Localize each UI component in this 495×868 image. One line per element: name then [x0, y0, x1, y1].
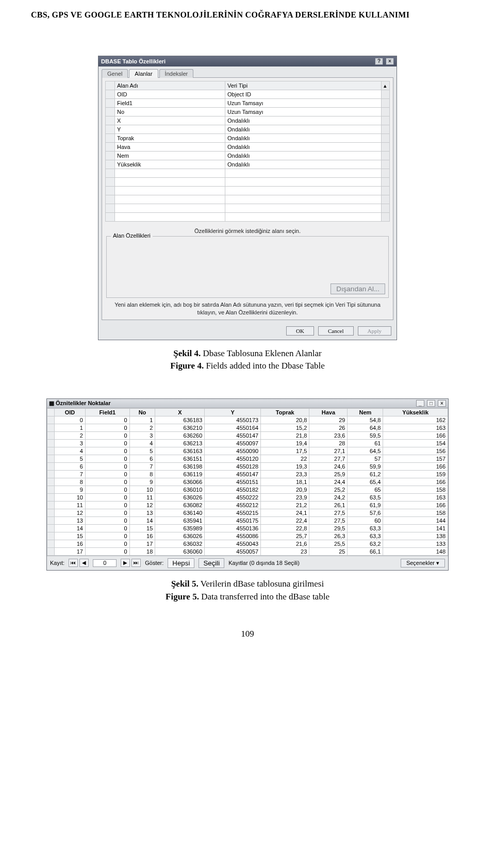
nav-last-icon[interactable]: ⏭ [131, 559, 141, 567]
table-row[interactable]: 001636183455017320,82954,8162 [47, 416, 448, 424]
table-row[interactable]: YOndalıklı [106, 125, 390, 134]
nav-prev-icon[interactable]: ◀ [79, 559, 89, 567]
table-row[interactable]: YükseklikOndalıklı [106, 160, 390, 169]
page-number: 109 [31, 629, 464, 639]
table-window-title: Öznitelikler Noktalar [56, 400, 110, 406]
nav-first-icon[interactable]: ⏮ [69, 559, 78, 567]
col-alan-adi: Alan Adı [115, 81, 225, 90]
figure-5-window: ▦ Öznitelikler Noktalar _ □ × OIDField1N… [31, 398, 464, 571]
col-nem[interactable]: Nem [348, 408, 383, 416]
table-row[interactable]: 11012636082455021221,226,161,9166 [47, 501, 448, 509]
table-row[interactable] [106, 178, 390, 187]
nav-next-icon[interactable]: ▶ [121, 559, 130, 567]
table-row[interactable] [106, 213, 390, 222]
table-row[interactable]: OIDObject ID [106, 90, 390, 99]
col-yükseklik[interactable]: Yükseklik [383, 408, 448, 416]
table-row[interactable]: 607636198455012819,324,659,9166 [47, 462, 448, 470]
table-icon: ▦ [49, 400, 56, 406]
table-row[interactable] [106, 187, 390, 195]
window-controls: ? × [374, 58, 394, 65]
table-row[interactable] [106, 169, 390, 178]
table-row[interactable] [106, 204, 390, 213]
ok-button[interactable]: OK [286, 326, 314, 336]
table-row[interactable]: 170186360604550057232566,1148 [47, 547, 448, 555]
table-footer: Kayıt: ⏮ ◀ ▶ ⏭ Göster: Hepsi Seçili Kayı… [47, 556, 448, 570]
scroll-up-icon[interactable]: ▴ [382, 81, 390, 90]
table-row[interactable]: HavaOndalıklı [106, 143, 390, 152]
table-row[interactable]: 203636260455014721,823,659,5166 [47, 431, 448, 439]
table-row[interactable]: ToprakOndalıklı [106, 134, 390, 143]
field-properties-box: Alan Özellikleri Dışarıdan Al... [106, 236, 389, 298]
figure-4-dialog: DBASE Tablo Özellikleri ? × Genel Alanla… [31, 56, 464, 340]
table-row[interactable]: 12013636140455021524,127,557,6158 [47, 509, 448, 516]
tab-indeksler[interactable]: İndeksler [159, 69, 194, 78]
table-row[interactable]: 15016636026455008625,726,363,3138 [47, 532, 448, 540]
figure5-caption: Şekil 5. Verilerin dBase tablosuna giril… [31, 578, 464, 603]
col-toprak[interactable]: Toprak [261, 408, 309, 416]
col-oid[interactable]: OID [55, 408, 86, 416]
record-nav: ⏮ ◀ [69, 559, 89, 567]
table-row[interactable]: 304636213455009719,42861154 [47, 439, 448, 447]
data-grid[interactable]: OIDField1NoXYToprakHavaNemYükseklik 0016… [47, 408, 448, 556]
options-button[interactable]: Seçenekler ▾ [401, 559, 445, 567]
tab-alanlar[interactable]: Alanlar [129, 69, 158, 78]
col-no[interactable]: No [129, 408, 155, 416]
table-row[interactable]: NoUzun Tamsayı [106, 108, 390, 116]
table-row[interactable]: 10011636026455022223,924,263,5163 [47, 493, 448, 501]
col-veri-tipi: Veri Tipi [225, 81, 382, 90]
table-row[interactable]: 708636119455014723,325,961,2159 [47, 470, 448, 478]
apply-button[interactable]: Apply [358, 326, 392, 336]
col-field1[interactable]: Field1 [85, 408, 129, 416]
page-header: CBS, GPS VE GOOGLE EARTH TEKNOLOJİLERİNİ… [31, 10, 464, 20]
dialog-titlebar: DBASE Tablo Özellikleri ? × [98, 56, 397, 66]
import-button[interactable]: Dışarıdan Al... [331, 283, 385, 294]
table-row[interactable]: Field1Uzun Tamsayı [106, 99, 390, 108]
table-row[interactable]: 405636163455009017,527,164,5156 [47, 447, 448, 455]
close-icon[interactable]: × [438, 400, 446, 407]
maximize-icon[interactable]: □ [427, 400, 435, 407]
table-row[interactable]: 9010636010455018220,925,265158 [47, 486, 448, 493]
table-row[interactable]: 50663615145501202227,757157 [47, 455, 448, 462]
table-row[interactable] [106, 195, 390, 204]
record-input[interactable] [93, 559, 117, 567]
table-row[interactable]: 16017636032455004321,625,563,2133 [47, 540, 448, 547]
help-text: Yeni alan eklemek için, adı boş bir satı… [106, 301, 389, 316]
table-row[interactable]: 14015635989455013622,829,563,3141 [47, 524, 448, 532]
tab-genel[interactable]: Genel [102, 69, 128, 78]
table-row[interactable]: XOndalıklı [106, 116, 390, 125]
table-row[interactable]: 809636066455015118,124,465,4166 [47, 478, 448, 486]
col-x[interactable]: X [155, 408, 205, 416]
fieldset-legend: Alan Özellikleri [111, 232, 153, 239]
table-row[interactable]: 13014635941455017522,427,560144 [47, 516, 448, 524]
show-all-button[interactable]: Hepsi [168, 558, 194, 568]
help-icon[interactable]: ? [375, 58, 383, 65]
col-y[interactable]: Y [205, 408, 261, 416]
record-label: Kayıt: [50, 560, 64, 566]
dialog-title: DBASE Tablo Özellikleri [101, 58, 166, 64]
table-window-titlebar: ▦ Öznitelikler Noktalar _ □ × [47, 399, 448, 408]
table-row[interactable]: 102636210455016415,22664,8163 [47, 424, 448, 431]
fields-grid[interactable]: Alan Adı Veri Tipi ▴ OIDObject IDField1U… [105, 81, 390, 222]
record-count-text: Kayıtlar (0 dışında 18 Seçili) [228, 560, 300, 566]
close-icon[interactable]: × [386, 58, 394, 65]
table-row[interactable]: NemOndalıklı [106, 152, 390, 160]
minimize-icon[interactable]: _ [416, 400, 424, 407]
figure4-caption: Şekil 4. Dbase Tablosuna Eklenen Alanlar… [31, 347, 464, 373]
tabs: Genel Alanlar İndeksler [98, 66, 397, 77]
show-selected-button[interactable]: Seçili [199, 558, 224, 568]
col-hava[interactable]: Hava [309, 408, 348, 416]
cancel-button[interactable]: Cancel [318, 326, 354, 336]
show-label: Göster: [145, 560, 163, 566]
